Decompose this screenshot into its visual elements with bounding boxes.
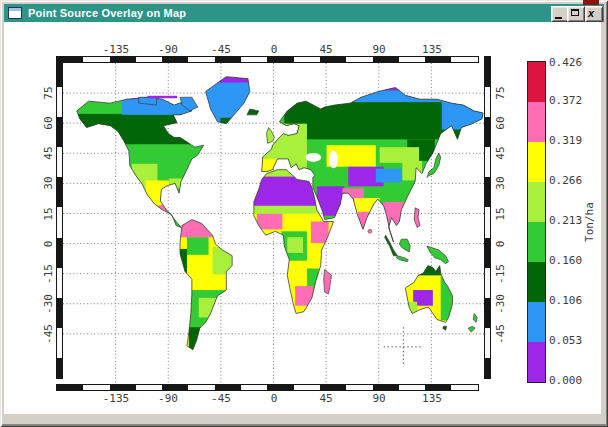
background-window-fragment [583, 0, 599, 5]
colorbar-band [528, 302, 545, 342]
world-map-canvas[interactable] [63, 63, 484, 384]
lon-tick-bottom: 0 [254, 392, 294, 405]
window-title: Point Source Overlay on Map [28, 7, 186, 19]
colorbar-tick: 0.372 [549, 94, 582, 107]
lon-tick-bottom: 90 [359, 392, 399, 405]
lat-tick-left: 75 [42, 86, 55, 99]
colorbar-tick: 0.000 [549, 374, 582, 387]
plot-frame-left [56, 56, 63, 379]
lon-tick-top: 90 [359, 43, 399, 56]
new-guinea [427, 246, 449, 264]
colorbar-tick: 0.213 [549, 214, 582, 227]
plot-frame-right [484, 56, 491, 379]
colorbar-band [528, 342, 545, 382]
colorbar-band [528, 142, 545, 182]
lat-tick-right: -30 [494, 294, 507, 314]
lat-tick-left: -45 [42, 324, 55, 344]
app-window: Point Source Overlay on Map x [0, 0, 608, 427]
close-button[interactable]: x [585, 6, 603, 22]
lon-tick-bottom: -135 [96, 392, 136, 405]
colorbar-tick: 0.426 [549, 56, 582, 69]
colorbar-band [528, 262, 545, 302]
colorbar-band [528, 102, 545, 142]
lat-tick-left: 30 [42, 176, 55, 189]
lat-tick-left: 0 [42, 241, 55, 248]
madagascar [324, 269, 332, 293]
lon-tick-top: -45 [201, 43, 241, 56]
lat-tick-left: 60 [42, 116, 55, 129]
title-bar[interactable]: Point Source Overlay on Map [4, 4, 604, 22]
lon-tick-top: 45 [306, 43, 346, 56]
colorbar-band [528, 62, 545, 102]
lon-tick-bottom: 135 [412, 392, 452, 405]
colorbar-tick: 0.053 [549, 334, 582, 347]
lon-tick-top: -135 [96, 43, 136, 56]
iceland [247, 109, 259, 115]
colorbar-tick: 0.266 [549, 174, 582, 187]
java [396, 256, 408, 262]
lat-tick-right: 15 [494, 207, 507, 220]
close-icon: x [588, 7, 594, 19]
continent-south-america [173, 215, 237, 357]
lat-tick-right: -45 [494, 324, 507, 344]
greenland [201, 73, 255, 127]
crosshair-cursor [384, 327, 423, 366]
colorbar-tick: 0.160 [549, 254, 582, 267]
lat-tick-right: 30 [494, 176, 507, 189]
new-zealand-south [468, 326, 475, 332]
colorbar-band [528, 182, 545, 222]
lat-tick-right: 60 [494, 116, 507, 129]
colorbar-tick: 0.319 [549, 134, 582, 147]
lat-tick-left: 45 [42, 146, 55, 159]
maximize-button[interactable] [567, 6, 585, 22]
lon-tick-top: 135 [412, 43, 452, 56]
lon-tick-bottom: -45 [201, 392, 241, 405]
lon-tick-bottom: 45 [306, 392, 346, 405]
lat-tick-right: 0 [494, 241, 507, 248]
tasmania [443, 326, 447, 330]
plot-frame-bottom [56, 384, 479, 391]
britain [267, 128, 275, 144]
sri-lanka [368, 229, 372, 233]
colorbar [527, 61, 546, 383]
philippines [414, 208, 420, 228]
window-bottom-bevel [2, 424, 606, 425]
lat-tick-right: 45 [494, 146, 507, 159]
minimize-icon [555, 17, 562, 19]
window-icon [8, 7, 22, 19]
plot-frame-top [56, 56, 479, 63]
colorbar-band [528, 222, 545, 262]
lat-tick-right: -15 [494, 264, 507, 284]
lat-tick-left: -15 [42, 264, 55, 284]
colorbar-tick: 0.106 [549, 294, 582, 307]
maximize-icon [571, 9, 579, 16]
lat-tick-left: 15 [42, 207, 55, 220]
lon-tick-top: 0 [254, 43, 294, 56]
borneo [399, 239, 410, 252]
lon-tick-top: -90 [148, 43, 188, 56]
new-zealand-north [473, 314, 477, 323]
continent-australia [401, 262, 456, 325]
lon-tick-bottom: -90 [148, 392, 188, 405]
lat-tick-right: 75 [494, 86, 507, 99]
colorbar-unit-label: Ton/ha [583, 202, 596, 242]
lat-tick-left: -30 [42, 294, 55, 314]
sumatra [385, 235, 398, 256]
